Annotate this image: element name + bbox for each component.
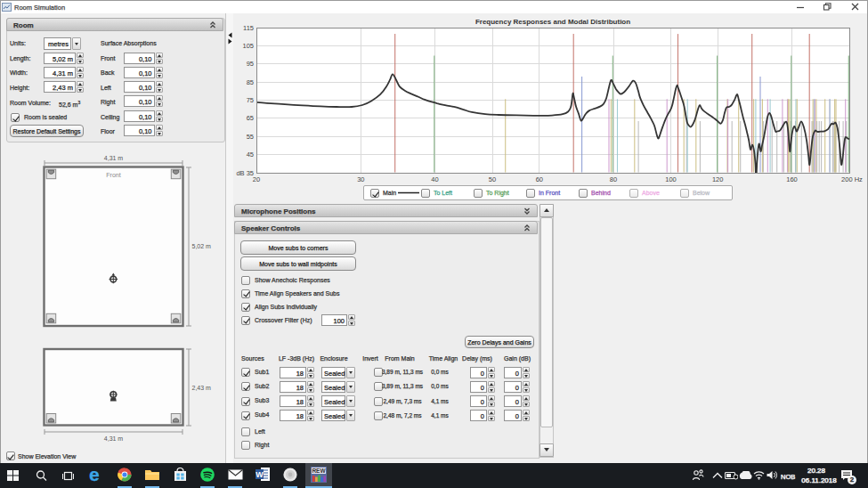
svg-text:50: 50 [489, 175, 496, 183]
svg-text:115: 115 [243, 24, 254, 32]
svg-text:160: 160 [786, 175, 798, 183]
svg-text:105: 105 [242, 42, 254, 50]
svg-text:40: 40 [431, 175, 438, 183]
svg-text:W: W [256, 470, 264, 479]
svg-text:60: 60 [536, 175, 543, 183]
svg-text:4,31 m: 4,31 m [104, 435, 124, 442]
svg-text:80: 80 [610, 175, 617, 183]
svg-text:Frequency Responses and Modal: Frequency Responses and Modal Distributi… [475, 18, 630, 26]
svg-text:30: 30 [357, 175, 364, 183]
svg-text:100: 100 [665, 175, 677, 183]
svg-text:REW: REW [312, 468, 326, 474]
svg-text:120: 120 [712, 175, 724, 183]
svg-text:200 Hz: 200 Hz [841, 175, 863, 183]
svg-text:75: 75 [247, 96, 254, 104]
svg-text:95: 95 [247, 60, 254, 68]
svg-text:dB 35: dB 35 [236, 169, 254, 177]
svg-text:55: 55 [247, 133, 254, 141]
svg-text:85: 85 [247, 78, 254, 86]
svg-text:20: 20 [253, 175, 260, 183]
svg-text:5,02 m: 5,02 m [192, 243, 212, 249]
svg-text:65: 65 [247, 114, 254, 122]
svg-text:45: 45 [247, 150, 254, 159]
svg-text:2,43 m: 2,43 m [192, 385, 212, 391]
